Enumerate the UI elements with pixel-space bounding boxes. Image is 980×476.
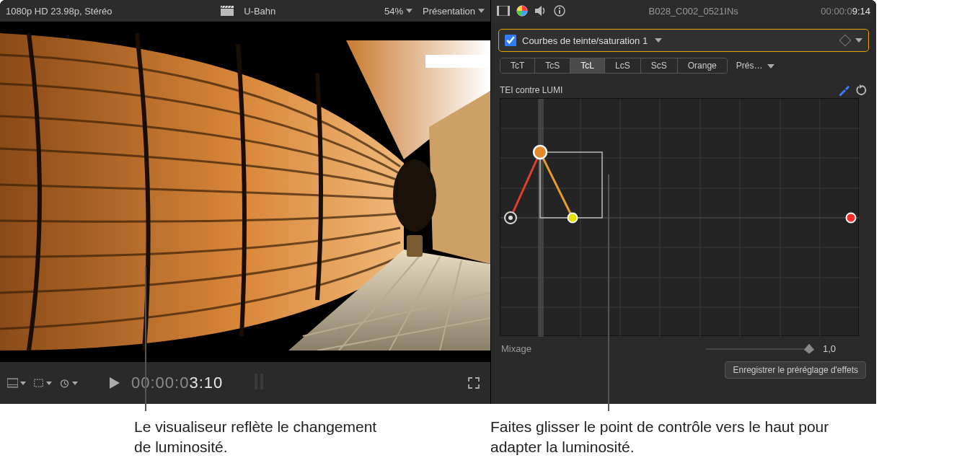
tab-orange[interactable]: Orange — [678, 58, 727, 73]
mix-label: Mixage — [501, 343, 531, 354]
format-label: 1080p HD 23.98p, Stéréo — [6, 6, 112, 17]
viewer-pane: 1080p HD 23.98p, Stéréo U-Bahn 54% Prése… — [0, 0, 490, 404]
svg-marker-6 — [406, 9, 412, 12]
svg-rect-9 — [425, 55, 490, 68]
svg-point-18 — [393, 159, 436, 232]
eyedropper-icon[interactable] — [837, 84, 850, 97]
svg-rect-24 — [255, 374, 257, 389]
effect-name: Courbes de teinte/saturation 1 — [522, 35, 648, 46]
svg-rect-33 — [559, 10, 560, 14]
svg-marker-30 — [535, 6, 542, 16]
svg-marker-36 — [767, 64, 774, 69]
svg-marker-23 — [110, 377, 120, 389]
layout-menu-icon[interactable] — [7, 374, 26, 392]
effect-enabled-checkbox[interactable] — [505, 35, 516, 46]
svg-rect-28 — [508, 6, 510, 16]
svg-rect-27 — [497, 6, 499, 16]
fullscreen-icon[interactable] — [464, 374, 483, 392]
svg-rect-21 — [35, 379, 43, 387]
callout-left: Le visualiseur reflète le changement de … — [134, 417, 394, 458]
zoom-value: 54% — [384, 6, 403, 17]
app-window: 1080p HD 23.98p, Stéréo U-Bahn 54% Prése… — [0, 0, 876, 404]
clapperboard-icon — [221, 4, 234, 17]
view-menu-label: Présentation — [423, 6, 475, 17]
timecode-prefix: 00:00:0 — [131, 374, 189, 392]
inspector-top: B028_C002_0521INs 00:00:09:14 — [491, 0, 876, 22]
viewer-area[interactable] — [0, 22, 490, 362]
callout-line-right — [608, 175, 609, 411]
svg-marker-35 — [855, 38, 862, 43]
hue-vs-luma-graph[interactable] — [500, 98, 859, 336]
tab-lcs[interactable]: LcS — [605, 58, 641, 73]
graph-title: TEI contre LUMI — [500, 85, 562, 95]
tab-tcs[interactable]: TcS — [535, 58, 570, 73]
callout-line-left — [145, 267, 146, 411]
svg-point-58 — [534, 146, 547, 159]
inspector-clip-name: B028_C002_0521INs — [649, 6, 738, 17]
svg-marker-37 — [860, 84, 862, 89]
reset-icon[interactable] — [856, 84, 868, 96]
audio-meter-icon — [252, 372, 266, 394]
viewer-header: 1080p HD 23.98p, Stéréo U-Bahn 54% Prése… — [0, 0, 490, 22]
svg-marker-7 — [478, 9, 485, 12]
keyframe-icon[interactable] — [839, 35, 852, 47]
retime-menu-icon[interactable] — [59, 374, 78, 392]
effect-menu-chevron-icon[interactable] — [855, 38, 862, 43]
mix-row: Mixage 1,0 — [491, 336, 876, 361]
tab-scs[interactable]: ScS — [641, 58, 678, 73]
info-inspector-icon[interactable] — [553, 4, 566, 17]
save-preset-button[interactable]: Enregistrer le préréglage d'effets — [725, 361, 866, 379]
preset-dropdown[interactable]: Prés… — [736, 61, 774, 71]
video-inspector-icon[interactable] — [497, 4, 510, 17]
mix-value: 1,0 — [823, 343, 866, 354]
curve-tab-group: TcT TcS TcL LcS ScS Orange — [500, 58, 728, 74]
svg-rect-19 — [7, 379, 18, 387]
effect-titlebar[interactable]: Courbes de teinte/saturation 1 — [498, 29, 869, 52]
chevron-down-icon[interactable] — [655, 38, 662, 43]
viewer-footer: 00:00:03:10 — [0, 362, 490, 404]
play-button[interactable] — [105, 374, 124, 392]
color-inspector-icon[interactable] — [516, 4, 529, 17]
clip-name: U-Bahn — [244, 6, 275, 17]
svg-point-59 — [568, 213, 578, 223]
svg-rect-0 — [221, 9, 234, 16]
viewer-image — [0, 33, 490, 351]
inspector-pane: B028_C002_0521INs 00:00:09:14 Courbes de… — [490, 0, 876, 404]
graph-section: TEI contre LUMI — [491, 79, 876, 336]
graph-header: TEI contre LUMI — [500, 84, 868, 97]
curve-tabs: TcT TcS TcL LcS ScS Orange Prés… — [491, 58, 876, 79]
tab-tcl[interactable]: TcL — [570, 58, 605, 73]
svg-point-57 — [508, 216, 513, 220]
timecode-highlight: 3:10 — [189, 374, 223, 392]
svg-rect-25 — [260, 374, 263, 389]
mix-slider[interactable] — [706, 344, 814, 354]
chevron-down-icon — [767, 64, 774, 69]
transform-menu-icon[interactable] — [33, 374, 52, 392]
svg-rect-17 — [407, 235, 423, 257]
inspector-timecode: 00:00:09:14 — [821, 6, 870, 17]
svg-point-60 — [847, 213, 856, 223]
zoom-dropdown[interactable]: 54% — [384, 6, 412, 17]
svg-point-32 — [559, 7, 560, 9]
callout-right: Faites glisser le point de contrôle vers… — [490, 417, 851, 458]
svg-marker-34 — [655, 38, 662, 43]
svg-rect-54 — [540, 152, 602, 218]
tab-tct[interactable]: TcT — [500, 58, 535, 73]
view-menu-dropdown[interactable]: Présentation — [423, 6, 485, 17]
audio-inspector-icon[interactable] — [534, 4, 547, 17]
slider-thumb-icon[interactable] — [804, 344, 814, 354]
